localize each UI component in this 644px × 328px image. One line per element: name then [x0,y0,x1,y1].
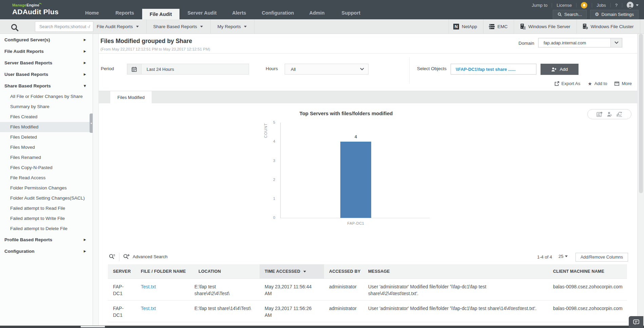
brand-logo[interactable]: ManageEngine ADAudit Plus [12,3,59,16]
help-link[interactable]: ? [615,3,618,8]
y-axis-line [280,123,281,218]
advanced-search-icon[interactable] [123,253,130,260]
column-header-message[interactable]: MESSAGE [363,264,548,279]
gutter [93,34,98,326]
domain-select[interactable]: fap.adap.internal.com [538,38,622,47]
add-to-button[interactable]: ★ Add to [588,81,607,86]
search-icon[interactable] [10,23,19,32]
sidebar-group-user-based-reports[interactable]: User Based Reports▸ [0,68,93,80]
sidebar-item-files-modified[interactable]: Files Modified [0,122,93,132]
column-header-file-folder-name[interactable]: FILE / FOLDER NAME [136,264,193,279]
notifications-bell-icon[interactable] [581,2,587,8]
sidebar-group-profile-based-reports[interactable]: Profile Based Reports▸ [0,234,93,245]
sidebar-item-all-file-or-folder-changes-by-share[interactable]: All File or Folder Changes by Share [0,91,93,102]
column-header-server[interactable]: SERVER [108,264,136,279]
nav-alerts[interactable]: Alerts [232,10,246,19]
sidebar-item-failed-attempt-to-write-file[interactable]: Failed attempt to Write File [0,213,93,224]
sidebar-item-files-renamed[interactable]: Files Renamed [0,152,93,163]
table-row: FAP-DC1 Test.txt E:\fap test share\4\2\4… [108,279,627,300]
divider [254,19,254,34]
domain-settings-button[interactable]: ⚙ Domain Settings [590,10,639,19]
column-header-time-accessed[interactable]: TIME ACCESSED [260,264,324,279]
report-actions: Export As ★ Add to More [554,81,632,86]
column-header-client-machine-name[interactable]: CLIENT MACHINE NAME [548,264,627,279]
export-icon [554,81,559,86]
nav-home[interactable]: Home [85,10,99,19]
emc-button[interactable]: EMC [489,24,508,29]
nav-file-audit[interactable]: File Audit [142,9,179,19]
cell-time-accessed: May 23,2017 11:56:26 AM [265,305,312,319]
cell-server: FAP-DC1 [113,283,128,297]
period-picker[interactable]: Last 24 Hours [127,64,249,75]
global-search-button[interactable]: Search... [553,10,587,19]
scrollbar-thumb[interactable] [639,34,643,193]
jobs-link[interactable]: Jobs [596,3,606,8]
chevron-right-icon: ▸ [84,249,86,253]
bar-fap-dc1[interactable] [340,142,371,218]
sidebar-group-share-based-reports[interactable]: Share Based Reports▾ [0,80,93,91]
scrollbar-thumb[interactable] [80,326,105,328]
main-content: Files Modified grouped by Share (From Ma… [98,34,637,326]
user-view-icon[interactable] [607,111,612,117]
user-avatar[interactable] [627,2,633,8]
add-remove-columns-button[interactable]: Add/Remove Columns [575,253,628,262]
export-as-button[interactable]: Export As [554,81,581,86]
select-objects-input[interactable]: \\FAP-DC1\fap test share ...... [451,64,536,75]
caret-down-icon [565,255,568,257]
add-button[interactable]: Add [541,64,579,75]
nav-server-audit[interactable]: Server Audit [188,10,217,19]
netapp-icon: N [453,24,459,29]
nav-configuration[interactable]: Configuration [262,10,294,19]
vertical-scrollbar[interactable] [637,34,644,326]
sidebar-item-failed-attempt-to-read-file[interactable]: Failed attempt to Read File [0,203,93,213]
sidebar-item-folder-audit-setting-changes-sacl[interactable]: Folder Audit Setting Changes(SACL) [0,193,93,203]
column-header-accessed-by[interactable]: ACCESSED BY [324,264,363,279]
nav-reports[interactable]: Reports [115,10,134,19]
chat-widget-button[interactable] [629,316,643,328]
sidebar-group-configuration[interactable]: Configuration▸ [0,245,93,257]
menu-my-reports[interactable]: My Reports [217,24,247,29]
page-size-select[interactable]: 25 [558,254,568,259]
sidebar-group-file-audit-reports[interactable]: File Audit Reports▸ [0,45,93,57]
nav-support[interactable]: Support [342,10,361,19]
add-chart-icon[interactable] [596,111,603,117]
cell-time-accessed: May 23,2017 11:56:44 AM [265,283,312,297]
sidebar-item-files-created[interactable]: Files Created [0,112,93,122]
sidebar-group-configured-servers[interactable]: Configured Server(s)▸ [0,34,93,45]
cell-file-link[interactable]: Test.txt [141,284,156,289]
sidebar-collapse-handle[interactable]: ◂ [90,114,93,133]
cell-file-link[interactable]: Test.txt [141,306,156,311]
refresh-chart-icon[interactable] [616,111,622,117]
search-list-icon[interactable] [109,253,115,260]
divider [552,3,552,7]
column-header-location[interactable]: LOCATION [193,264,260,279]
sidebar-item-files-copy-n-pasted[interactable]: Files Copy-N-Pasted [0,163,93,173]
user-menu-caret-icon[interactable] [636,4,639,6]
tab-files-modified[interactable]: Files Modified [110,91,152,104]
horizontal-scrollbar[interactable] [0,326,644,328]
netapp-button[interactable]: N NetApp [453,24,477,29]
chevron-down-icon [610,38,622,47]
period-value: Last 24 Hours [141,67,174,72]
windows-file-server-button[interactable]: Windows File Server [520,24,570,29]
sidebar-item-failed-attempt-to-delete-file[interactable]: Failed attempt to Delete File [0,224,93,234]
sidebar-item-summary-by-share[interactable]: Summary by Share [0,102,93,112]
jump-to-link[interactable]: Jump to [532,3,547,8]
sidebar-item-files-moved[interactable]: Files Moved [0,142,93,152]
advanced-search-label[interactable]: Advanced Search [133,254,168,259]
hours-select[interactable]: All [285,64,368,75]
sidebar-item-file-read-access[interactable]: File Read Access [0,173,93,183]
sidebar-item-folder-permission-changes[interactable]: Folder Permission Changes [0,183,93,193]
sidebar-item-files-deleted[interactable]: Files Deleted [0,132,93,142]
report-search-input[interactable]: Search Reports;shortcut -/ [35,21,93,32]
menu-share-based-reports[interactable]: Share Based Reports [153,24,203,29]
chart-tools [587,109,631,119]
sidebar-group-server-based-reports[interactable]: Server Based Reports▸ [0,57,93,68]
license-link[interactable]: License [556,3,572,8]
more-button[interactable]: More [614,81,632,86]
menu-file-audit-reports[interactable]: File Audit Reports [97,24,139,29]
topbar-buttons: Search... ⚙ Domain Settings [553,10,639,19]
adaudit-plus-app: ManageEngine ADAudit Plus Home Reports F… [0,0,644,328]
nav-admin[interactable]: Admin [309,10,324,19]
windows-file-cluster-button[interactable]: Windows File Cluster [583,24,634,29]
